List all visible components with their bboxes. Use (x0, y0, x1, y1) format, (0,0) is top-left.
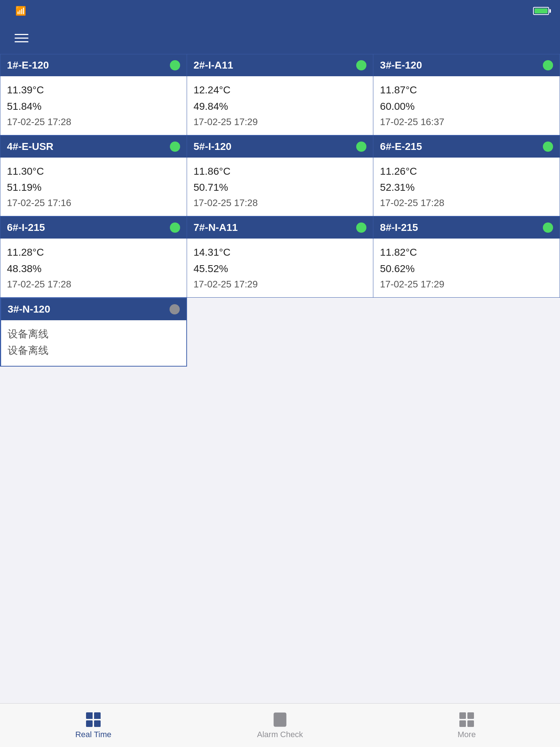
svg-rect-8 (276, 719, 284, 720)
alarmcheck-icon (272, 712, 288, 728)
card-header-4: 4#-E-USR (0, 136, 187, 158)
svg-rect-2 (86, 720, 93, 727)
svg-rect-7 (276, 716, 284, 717)
status-dot-6a (543, 142, 553, 152)
sensor-card-3n[interactable]: 3#-N-120设备离线设备离线 (0, 298, 187, 367)
hamburger-line-2 (15, 38, 28, 39)
card-temperature-2: 12.24°C (194, 82, 367, 98)
card-header-6b: 6#-I-215 (0, 217, 187, 239)
card-timestamp-1: 17-02-25 17:28 (7, 116, 180, 128)
status-bar: 📶 (0, 0, 560, 22)
hamburger-line-3 (15, 41, 28, 42)
card-title-6b: 6#-I-215 (7, 222, 45, 233)
sensor-card-6a[interactable]: 6#-E-21511.26°C52.31%17-02-25 17:28 (373, 135, 560, 217)
realtime-icon (85, 712, 101, 728)
sensor-card-2[interactable]: 2#-I-A1112.24°C49.84%17-02-25 17:29 (187, 54, 374, 135)
card-body-1: 11.39°C51.84%17-02-25 17:28 (0, 76, 187, 135)
status-left: 📶 (11, 6, 26, 16)
status-dot-1 (170, 60, 180, 70)
status-dot-5 (356, 142, 366, 152)
card-header-3: 3#-E-120 (373, 54, 560, 76)
card-body-5: 11.86°C50.71%17-02-25 17:28 (187, 158, 373, 216)
card-title-2: 2#-I-A11 (194, 59, 233, 71)
card-temperature-6b: 11.28°C (7, 244, 180, 261)
card-title-6a: 6#-E-215 (380, 141, 422, 152)
sensor-card-1[interactable]: 1#-E-12011.39°C51.84%17-02-25 17:28 (0, 54, 187, 135)
card-temperature-1: 11.39°C (7, 82, 180, 98)
sensor-grid: 1#-E-12011.39°C51.84%17-02-25 17:282#-I-… (0, 54, 560, 367)
menu-button[interactable] (11, 30, 32, 46)
card-temperature-3: 11.87°C (380, 82, 553, 98)
tab-realtime[interactable]: Real Time (0, 704, 187, 747)
card-title-5: 5#-I-120 (194, 141, 232, 152)
tab-bar: Real Time Alarm Check More (0, 703, 560, 747)
status-dot-6b (170, 222, 180, 233)
battery-icon-container (533, 7, 549, 15)
card-title-4: 4#-E-USR (7, 141, 54, 152)
main-content: 1#-E-12011.39°C51.84%17-02-25 17:282#-I-… (0, 54, 560, 703)
svg-rect-10 (459, 712, 466, 719)
card-body-7: 14.31°C45.52%17-02-25 17:29 (187, 239, 373, 297)
battery-icon (533, 7, 549, 15)
card-temperature-4: 11.30°C (7, 163, 180, 180)
card-body-4: 11.30°C51.19%17-02-25 17:16 (0, 158, 187, 216)
tab-alarmcheck[interactable]: Alarm Check (187, 704, 373, 747)
sensor-card-3[interactable]: 3#-E-12011.87°C60.00%17-02-25 16:37 (373, 54, 560, 135)
sensor-card-4[interactable]: 4#-E-USR11.30°C51.19%17-02-25 17:16 (0, 135, 187, 217)
card-humidity-8: 50.62% (380, 261, 553, 277)
sensor-card-6b[interactable]: 6#-I-21511.28°C48.38%17-02-25 17:28 (0, 216, 187, 298)
card-humidity-1: 51.84% (7, 98, 180, 115)
card-temperature-8: 11.82°C (380, 244, 553, 261)
svg-rect-3 (94, 720, 101, 727)
svg-rect-12 (459, 720, 466, 727)
tab-more[interactable]: More (373, 704, 560, 747)
card-humidity-6a: 52.31% (380, 179, 553, 196)
card-title-8: 8#-I-215 (380, 222, 418, 233)
svg-rect-13 (467, 720, 474, 727)
sensor-card-7[interactable]: 7#-N-A1114.31°C45.52%17-02-25 17:29 (187, 216, 374, 298)
card-humidity-2: 49.84% (194, 98, 367, 115)
card-timestamp-6a: 17-02-25 17:28 (380, 197, 553, 209)
card-humidity-6b: 48.38% (7, 261, 180, 277)
card-header-1: 1#-E-120 (0, 54, 187, 76)
card-timestamp-6b: 17-02-25 17:28 (7, 279, 180, 290)
card-temperature-6a: 11.26°C (380, 163, 553, 180)
card-header-5: 5#-I-120 (187, 136, 373, 158)
status-dot-4 (170, 142, 180, 152)
card-title-7: 7#-N-A11 (194, 222, 238, 233)
card-humidity-3: 60.00% (380, 98, 553, 115)
card-humidity-7: 45.52% (194, 261, 367, 277)
card-timestamp-8: 17-02-25 17:29 (380, 279, 553, 290)
card-title-1: 1#-E-120 (7, 59, 49, 71)
card-body-8: 11.82°C50.62%17-02-25 17:29 (373, 239, 560, 297)
tab-alarmcheck-label: Alarm Check (257, 730, 303, 739)
sensor-card-8[interactable]: 8#-I-21511.82°C50.62%17-02-25 17:29 (373, 216, 560, 298)
card-header-3n: 3#-N-120 (1, 298, 186, 320)
svg-rect-4 (90, 712, 93, 719)
card-body-2: 12.24°C49.84%17-02-25 17:29 (187, 76, 373, 135)
card-humidity-4: 51.19% (7, 179, 180, 196)
card-humidity-5: 50.71% (194, 179, 367, 196)
card-body-6b: 11.28°C48.38%17-02-25 17:28 (0, 239, 187, 297)
card-title-3n: 3#-N-120 (8, 303, 50, 315)
status-dot-8 (543, 222, 553, 233)
card-timestamp-3: 17-02-25 16:37 (380, 116, 553, 128)
svg-rect-11 (467, 712, 474, 719)
card-body-3: 11.87°C60.00%17-02-25 16:37 (373, 76, 560, 135)
card-header-7: 7#-N-A11 (187, 217, 373, 239)
card-temperature-3n: 设备离线 (8, 326, 180, 342)
battery-fill (534, 8, 548, 13)
card-timestamp-2: 17-02-25 17:29 (194, 116, 367, 128)
nav-bar (0, 22, 560, 54)
wifi-icon: 📶 (15, 6, 26, 16)
svg-rect-5 (94, 716, 101, 719)
svg-rect-9 (276, 722, 281, 723)
card-temperature-5: 11.86°C (194, 163, 367, 180)
card-body-6a: 11.26°C52.31%17-02-25 17:28 (373, 158, 560, 216)
card-title-3: 3#-E-120 (380, 59, 422, 71)
more-icon (459, 712, 475, 728)
add-button[interactable] (542, 36, 549, 39)
sensor-card-5[interactable]: 5#-I-12011.86°C50.71%17-02-25 17:28 (187, 135, 374, 217)
card-timestamp-5: 17-02-25 17:28 (194, 197, 367, 209)
hamburger-line-1 (15, 34, 28, 35)
